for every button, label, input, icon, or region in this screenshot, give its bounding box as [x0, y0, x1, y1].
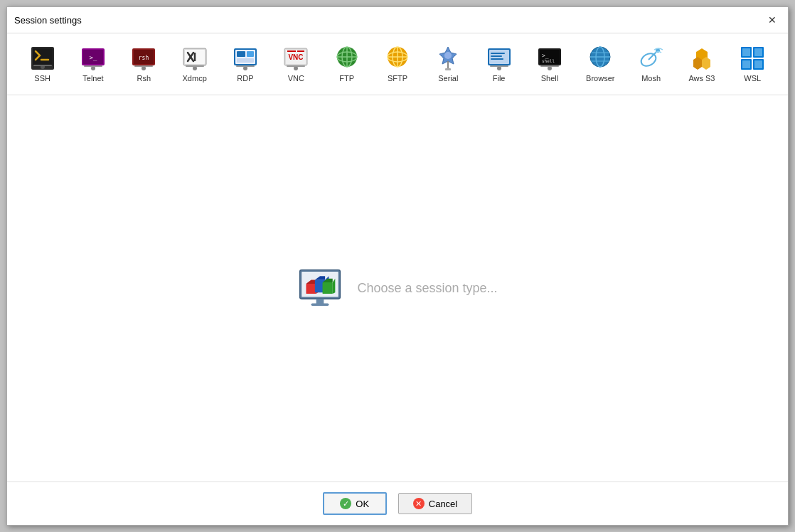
- vnc-icon: VNC: [283, 46, 309, 71]
- mosh-label: Mosh: [641, 74, 661, 83]
- session-type-sftp[interactable]: SFTP: [373, 41, 421, 87]
- ssh-label: SSH: [34, 74, 50, 83]
- session-type-rdp[interactable]: RDP: [221, 41, 269, 87]
- svg-point-46: [444, 52, 452, 59]
- svg-rect-79: [754, 48, 762, 56]
- serial-icon: [435, 46, 461, 71]
- title-bar: Session settings ✕: [7, 7, 788, 33]
- svg-rect-8: [84, 65, 102, 67]
- rdp-icon: [233, 46, 258, 71]
- serial-label: Serial: [438, 74, 458, 83]
- dialog-title: Session settings: [14, 15, 82, 26]
- shell-label: Shell: [541, 74, 558, 83]
- session-type-shell[interactable]: >_ shell Shell: [525, 41, 573, 87]
- session-type-rsh[interactable]: rsh Rsh: [120, 41, 168, 87]
- svg-rect-32: [297, 50, 304, 52]
- svg-rect-55: [490, 65, 508, 67]
- ftp-label: FTP: [339, 74, 354, 83]
- session-type-file[interactable]: File: [475, 41, 523, 87]
- session-type-vnc[interactable]: VNC VNC: [272, 41, 320, 87]
- svg-rect-48: [445, 68, 451, 70]
- session-placeholder-icon: [297, 266, 343, 312]
- session-type-ftp[interactable]: FTP: [323, 41, 370, 87]
- awss3-icon: [689, 46, 715, 71]
- ok-button[interactable]: ✓ OK: [323, 492, 387, 515]
- wsl-icon: [740, 46, 765, 71]
- svg-rect-51: [491, 53, 505, 54]
- session-type-awss3[interactable]: Aws S3: [678, 41, 725, 87]
- session-type-mosh[interactable]: Mosh: [627, 41, 675, 87]
- placeholder-text: Choose a session type...: [357, 281, 497, 296]
- placeholder-area: Choose a session type...: [297, 266, 497, 312]
- main-content: Choose a session type...: [7, 95, 788, 482]
- rsh-icon: rsh: [131, 46, 156, 71]
- svg-text:VNC: VNC: [289, 53, 304, 61]
- svg-rect-81: [754, 60, 762, 68]
- session-settings-dialog: Session settings ✕ SSH: [6, 6, 789, 526]
- rsh-label: Rsh: [137, 74, 151, 83]
- svg-rect-28: [236, 65, 255, 67]
- svg-rect-52: [491, 55, 502, 57]
- telnet-icon: >_: [80, 46, 106, 71]
- svg-rect-31: [287, 50, 296, 52]
- ok-check-icon: ✓: [340, 498, 351, 509]
- wsl-label: WSL: [744, 74, 761, 83]
- svg-rect-80: [742, 60, 750, 68]
- sftp-label: SFTP: [388, 74, 407, 83]
- svg-rect-13: [134, 65, 153, 67]
- mosh-icon: [639, 46, 664, 71]
- svg-rect-4: [33, 65, 52, 66]
- browser-icon: [587, 46, 613, 71]
- svg-rect-78: [742, 48, 750, 56]
- svg-rect-24: [237, 51, 245, 57]
- rdp-label: RDP: [237, 74, 253, 83]
- xdmcp-label: Xdmcp: [183, 74, 207, 83]
- shell-icon: >_ shell: [537, 46, 562, 71]
- session-type-wsl[interactable]: WSL: [729, 41, 777, 87]
- svg-text:shell: shell: [542, 58, 555, 63]
- cancel-button[interactable]: ✕ Cancel: [398, 493, 472, 514]
- ssh-icon: [30, 46, 55, 71]
- session-types-bar: SSH >_ Telnet: [7, 33, 788, 95]
- svg-rect-61: [540, 65, 559, 67]
- close-button[interactable]: ✕: [764, 11, 781, 28]
- svg-text:>_: >_: [90, 54, 97, 61]
- svg-rect-85: [311, 303, 329, 306]
- session-type-browser[interactable]: Browser: [577, 41, 624, 87]
- ftp-icon: [334, 46, 360, 71]
- browser-label: Browser: [586, 74, 614, 83]
- svg-rect-86: [306, 283, 316, 293]
- svg-rect-92: [323, 282, 333, 294]
- svg-rect-26: [237, 58, 254, 63]
- session-type-xdmcp[interactable]: Xdmcp: [171, 41, 218, 87]
- svg-rect-53: [491, 58, 503, 60]
- svg-rect-25: [247, 51, 254, 57]
- cancel-label: Cancel: [429, 499, 457, 509]
- session-type-serial[interactable]: Serial: [425, 41, 472, 87]
- session-type-telnet[interactable]: >_ Telnet: [69, 41, 117, 87]
- svg-rect-21: [186, 65, 204, 67]
- sftp-icon: [385, 46, 410, 71]
- svg-rect-84: [316, 299, 324, 304]
- ok-label: OK: [356, 499, 369, 509]
- xdmcp-icon: [182, 46, 208, 71]
- dialog-footer: ✓ OK ✕ Cancel: [7, 482, 788, 525]
- svg-text:rsh: rsh: [139, 55, 149, 61]
- file-icon: [486, 46, 512, 71]
- telnet-label: Telnet: [82, 74, 103, 83]
- svg-rect-35: [287, 65, 305, 67]
- file-label: File: [493, 74, 506, 83]
- cancel-x-icon: ✕: [413, 498, 425, 509]
- vnc-label: VNC: [288, 74, 304, 83]
- awss3-label: Aws S3: [688, 74, 715, 83]
- session-type-ssh[interactable]: SSH: [18, 41, 66, 87]
